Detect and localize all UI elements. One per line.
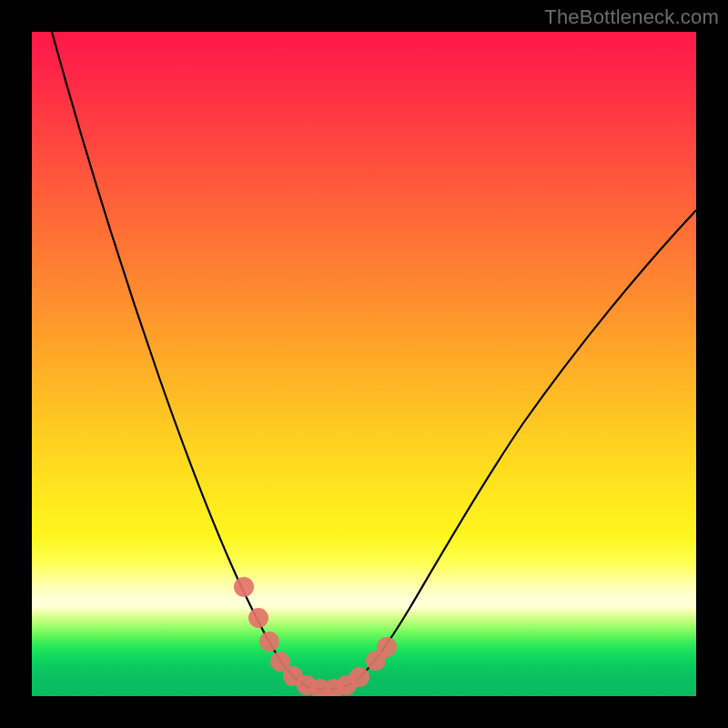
highlight-markers: [234, 577, 397, 696]
svg-point-9: [349, 667, 369, 687]
svg-point-0: [234, 577, 254, 597]
plot-area: [32, 32, 696, 696]
chart-frame: TheBottleneck.com: [0, 0, 728, 728]
bottleneck-curve-path: [52, 32, 696, 689]
svg-point-11: [377, 637, 397, 657]
svg-point-1: [248, 608, 268, 628]
curve-layer: [32, 32, 696, 696]
svg-point-2: [259, 632, 279, 652]
watermark-text: TheBottleneck.com: [544, 5, 719, 29]
